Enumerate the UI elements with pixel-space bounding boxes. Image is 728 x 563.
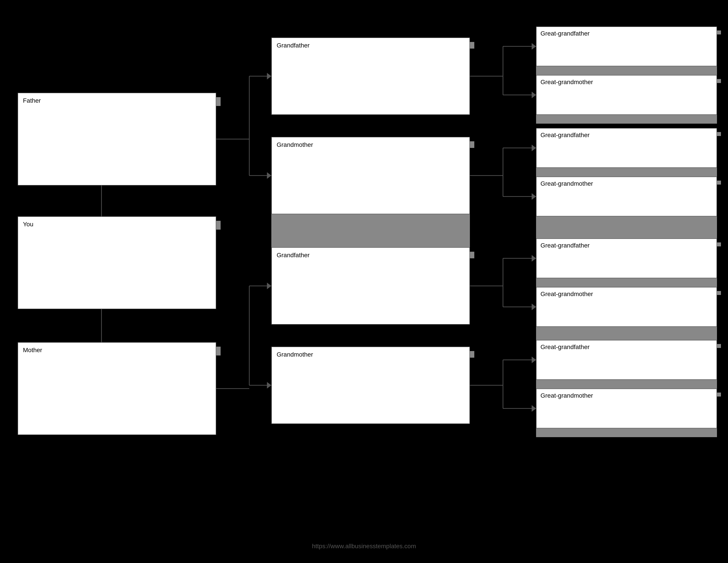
ggf4-bottom-shadow bbox=[536, 380, 717, 389]
ggm2-bottom-shadow bbox=[536, 216, 717, 238]
ggm1-bottom-shadow bbox=[536, 115, 717, 124]
pgf-box: Grandfather bbox=[271, 38, 470, 115]
col1: Father You Mother bbox=[18, 26, 227, 537]
svg-marker-13 bbox=[267, 73, 271, 79]
mgf-box: Grandfather bbox=[271, 247, 470, 325]
pgm-box: Grandmother bbox=[271, 137, 470, 214]
svg-marker-14 bbox=[267, 172, 271, 179]
ggm4-label: Great-grandmother bbox=[540, 392, 593, 399]
mgm-box: Grandmother bbox=[271, 347, 470, 424]
svg-marker-32 bbox=[532, 304, 536, 310]
you-label: You bbox=[23, 221, 33, 227]
col3: Great-grandfather Great-grandmother Grea… bbox=[536, 26, 728, 537]
ggf2-box: Great-grandfather bbox=[536, 128, 717, 168]
ggm3-label: Great-grandmother bbox=[540, 291, 593, 298]
mgf-label: Grandfather bbox=[277, 252, 310, 258]
mother-label: Mother bbox=[23, 347, 42, 354]
watermark: https://www.allbusinesstemplates.com bbox=[312, 543, 416, 550]
svg-marker-19 bbox=[532, 43, 536, 50]
svg-marker-20 bbox=[532, 92, 536, 98]
ggf1-box: Great-grandfather bbox=[536, 26, 717, 66]
father-box: Father bbox=[18, 93, 216, 185]
ggm1-label: Great-grandmother bbox=[540, 79, 593, 85]
ggf4-box: Great-grandfather bbox=[536, 340, 717, 380]
ggm2-box: Great-grandmother bbox=[536, 177, 717, 216]
pgf-label: Grandfather bbox=[277, 42, 310, 49]
mother-box: Mother bbox=[18, 342, 216, 435]
col2-gap bbox=[271, 214, 470, 247]
ggm4-bottom-shadow bbox=[536, 428, 717, 437]
ggm4-box: Great-grandmother bbox=[536, 389, 717, 428]
ggm1-box: Great-grandmother bbox=[536, 75, 717, 115]
svg-marker-31 bbox=[532, 255, 536, 261]
svg-marker-11 bbox=[267, 283, 271, 289]
svg-marker-25 bbox=[532, 145, 536, 151]
ggf1-label: Great-grandfather bbox=[540, 30, 590, 37]
svg-marker-37 bbox=[532, 357, 536, 363]
ggf4-label: Great-grandfather bbox=[540, 344, 590, 351]
svg-marker-12 bbox=[267, 382, 271, 389]
ggf2-label: Great-grandfather bbox=[540, 132, 590, 138]
ggm3-bottom-shadow bbox=[536, 327, 717, 340]
main-area: Father You Mother Grandfather Grandmothe… bbox=[18, 26, 710, 537]
ggm3-box: Great-grandmother bbox=[536, 287, 717, 327]
ggf1-bottom-shadow bbox=[536, 66, 717, 75]
svg-marker-26 bbox=[532, 193, 536, 200]
ggf3-box: Great-grandfather bbox=[536, 238, 717, 278]
you-box: You bbox=[18, 216, 216, 309]
ggf2-bottom-shadow bbox=[536, 168, 717, 177]
father-label: Father bbox=[23, 97, 41, 104]
col2: Grandfather Grandmother Grandfather Gran… bbox=[271, 26, 481, 537]
pgm-label: Grandmother bbox=[277, 141, 313, 148]
svg-marker-38 bbox=[532, 405, 536, 412]
ggm2-label: Great-grandmother bbox=[540, 180, 593, 187]
mgm-label: Grandmother bbox=[277, 351, 313, 358]
ggf3-label: Great-grandfather bbox=[540, 242, 590, 249]
ggf3-bottom-shadow bbox=[536, 278, 717, 287]
